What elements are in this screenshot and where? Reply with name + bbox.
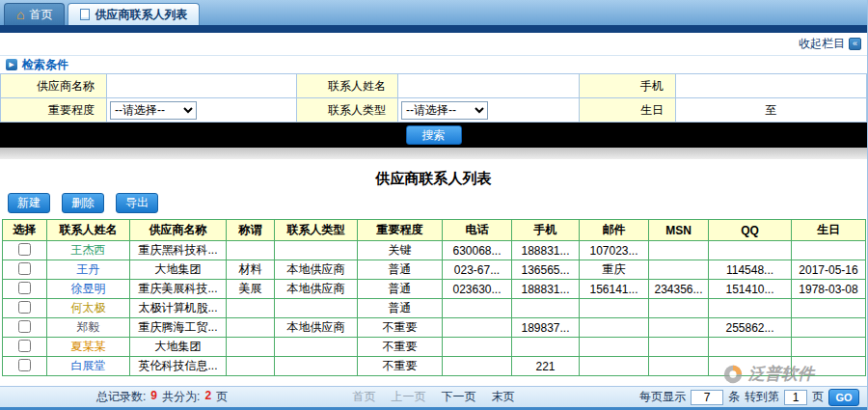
mobile-cell: 136565... — [512, 260, 580, 280]
total-pages-label: 共分为: — [162, 389, 200, 405]
tab-home[interactable]: ⌂ 首页 — [4, 3, 65, 25]
email-cell — [580, 338, 649, 357]
type-cell: 本地供应商 — [275, 280, 358, 299]
list-title: 供应商联系人列表 — [0, 167, 867, 190]
row-checkbox[interactable] — [18, 359, 31, 371]
tab-supplier-contact-list[interactable]: 供应商联系人列表 — [68, 3, 200, 25]
supplier-name-label: 供应商名称 — [1, 74, 107, 98]
msn-cell — [649, 260, 709, 280]
contact-name-cell: 夏某某 — [47, 338, 130, 357]
last-page-link[interactable]: 末页 — [492, 389, 515, 405]
contact-name-cell: 白展堂 — [47, 357, 130, 376]
row-checkbox[interactable] — [18, 262, 31, 275]
new-button[interactable]: 新建 — [8, 193, 50, 213]
email-cell — [580, 357, 649, 376]
total-records-value: 9 — [150, 389, 157, 405]
collapse-columns-link[interactable]: 收起栏目 « — [799, 36, 861, 52]
next-page-link[interactable]: 下一页 — [442, 389, 476, 405]
supplier-contact-page: ⌂ 首页 供应商联系人列表 收起栏目 « ▶ 检索条件 供应商名称 联系人姓名 … — [0, 0, 868, 410]
mobile-cell — [512, 299, 580, 318]
contact-name-link[interactable]: 夏某某 — [71, 340, 106, 353]
birthday-to-input[interactable] — [783, 100, 864, 121]
contact-name-cell: 王杰西 — [47, 241, 130, 260]
column-header-title: 称谓 — [227, 220, 275, 241]
contact-name-link[interactable]: 白展堂 — [71, 359, 106, 372]
birthday-cell — [792, 299, 866, 318]
export-button[interactable]: 导出 — [116, 193, 158, 213]
type-cell: 本地供应商 — [275, 260, 358, 280]
importance-select[interactable]: --请选择-- — [110, 101, 197, 120]
goto-page-input[interactable] — [784, 390, 807, 405]
contact-name-link[interactable]: 王杰西 — [71, 243, 106, 257]
birthday-cell: 1978-03-08 — [792, 280, 866, 299]
title-cell: 材料 — [227, 260, 275, 280]
row-checkbox[interactable] — [18, 282, 31, 294]
table-row: 徐昱明重庆美展科技...美展本地供应商普通023630...188831...1… — [3, 280, 866, 299]
column-header-birthday: 生日 — [792, 220, 866, 241]
row-checkbox[interactable] — [18, 340, 31, 352]
importance-label: 重要程度 — [1, 98, 107, 123]
first-page-link[interactable]: 首页 — [353, 389, 376, 405]
collapse-columns-label: 收起栏目 — [799, 36, 845, 52]
per-page-input[interactable] — [691, 390, 723, 405]
column-header-name: 联系人姓名 — [47, 220, 130, 241]
row-checkbox[interactable] — [18, 301, 31, 314]
birthday-label: 生日 — [580, 98, 676, 123]
contact-name-input[interactable] — [401, 76, 576, 96]
importance-cell: 关键 — [358, 241, 443, 260]
phone-cell: 630068... — [443, 241, 512, 260]
birthday-to-label: 至 — [760, 102, 783, 119]
importance-cell: 普通 — [358, 260, 443, 280]
msn-cell — [649, 338, 709, 357]
collapse-panel-icon: « — [849, 38, 861, 50]
row-checkbox[interactable] — [18, 320, 31, 333]
birthday-cell — [792, 357, 866, 376]
select-cell — [3, 318, 47, 338]
type-cell: 本地供应商 — [275, 318, 358, 338]
qq-cell — [709, 338, 792, 357]
mobile-input[interactable] — [679, 76, 863, 96]
title-cell — [227, 299, 275, 318]
phone-cell — [443, 299, 512, 318]
supplier-name-input[interactable] — [110, 76, 293, 96]
column-header-type: 联系人类型 — [275, 220, 358, 241]
column-header-msn: MSN — [649, 220, 709, 241]
birthday-cell — [792, 241, 866, 260]
email-cell — [580, 299, 649, 318]
contact-name-link[interactable]: 徐昱明 — [71, 282, 106, 295]
type-cell — [275, 241, 358, 260]
pages-unit-label: 页 — [216, 389, 228, 405]
supplier-cell: 重庆腾海工贸... — [130, 318, 227, 338]
contact-type-select[interactable]: --请选择-- — [401, 101, 488, 120]
tab-supplier-contact-list-label: 供应商联系人列表 — [95, 7, 187, 23]
contact-name-label: 联系人姓名 — [297, 74, 398, 98]
delete-button[interactable]: 删除 — [62, 193, 104, 213]
prev-page-link[interactable]: 上一页 — [392, 389, 426, 405]
msn-cell — [649, 318, 709, 338]
search-section-header[interactable]: ▶ 检索条件 — [0, 56, 867, 73]
go-button[interactable]: GO — [828, 389, 859, 406]
tab-home-label: 首页 — [29, 7, 52, 23]
importance-cell: 不重要 — [358, 338, 443, 357]
birthday-from-input[interactable] — [679, 100, 760, 121]
title-cell — [227, 241, 275, 260]
supplier-cell: 太极计算机股... — [130, 299, 227, 318]
phone-cell — [443, 338, 512, 357]
select-cell — [3, 280, 47, 299]
phone-cell — [443, 318, 512, 338]
contact-name-link[interactable]: 郑毅 — [77, 320, 100, 334]
phone-cell: 023630... — [443, 280, 512, 299]
contact-name-link[interactable]: 王丹 — [77, 262, 100, 276]
birthday-cell — [792, 338, 866, 357]
select-cell — [3, 260, 47, 280]
supplier-cell: 大地集团 — [130, 338, 227, 357]
goto-page-label: 转到第 — [745, 389, 779, 405]
column-header-select: 选择 — [3, 220, 47, 241]
qq-cell: 255862... — [709, 318, 792, 338]
qq-cell — [709, 241, 792, 260]
record-stats: 总记录数: 9 共分为: 2 页 — [0, 389, 228, 405]
row-checkbox[interactable] — [18, 243, 31, 256]
search-button[interactable]: 搜索 — [406, 125, 462, 145]
contact-name-link[interactable]: 何太极 — [71, 301, 106, 314]
per-page-label: 每页显示 — [639, 389, 686, 405]
